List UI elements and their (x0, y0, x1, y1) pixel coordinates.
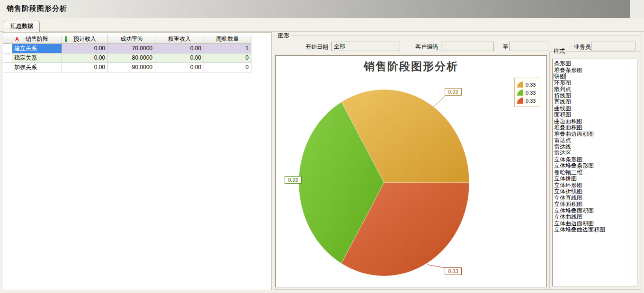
start-date-input[interactable] (331, 42, 400, 51)
callout-line-yellow (433, 96, 445, 107)
header-rate-label: 成功率% (120, 36, 143, 42)
tab-summary-data[interactable]: 汇总数据 (4, 21, 40, 32)
titlebar-right-cap (630, 0, 644, 18)
list-item[interactable]: 立体直线图 (554, 195, 637, 202)
page-title: 销售阶段图形分析 (7, 4, 67, 13)
expected-cell[interactable]: 0.00 (62, 53, 108, 63)
weighted-cell[interactable]: 0.00 (155, 44, 204, 53)
list-item[interactable]: 立体饼图 (554, 176, 637, 182)
header-stage-label: 销售阶段 (26, 36, 48, 42)
rate-cell[interactable]: 70.0000 (108, 44, 155, 53)
list-item[interactable]: 曲线图 (554, 106, 637, 112)
row-indicator-cell[interactable] (3, 53, 12, 63)
table-header-row: A 销售阶段 预计收入 成功率% 权重收入 商机数量 (3, 35, 251, 44)
tabstrip-divider (0, 31, 644, 32)
header-weighted[interactable]: 权重收入 (155, 35, 204, 44)
slice-value-callout: 0.33 (285, 176, 302, 184)
to-label: 至 (503, 43, 509, 51)
weighted-cell[interactable]: 0.00 (155, 53, 204, 63)
list-item[interactable]: 折线图 (554, 93, 637, 99)
chart-title: 销售阶段图形分析 (276, 59, 546, 74)
header-count-label: 商机数量 (216, 36, 239, 42)
rate-cell[interactable]: 90.0000 (108, 63, 155, 72)
list-item[interactable]: 散列点 (554, 86, 637, 93)
slice-value-callout: 0.33 (445, 267, 462, 275)
stage-cell[interactable]: 加强关系 (12, 63, 62, 72)
customer-code-label: 客户编码 (415, 43, 438, 51)
list-item[interactable]: 曲边面积图 (554, 118, 637, 125)
expected-cell[interactable]: 0.00 (62, 63, 108, 72)
sales-stage-table: A 销售阶段 预计收入 成功率% 权重收入 商机数量 建立关系 0.00 70.… (3, 35, 251, 72)
window-titlebar (0, 0, 644, 18)
list-item[interactable]: 雷达线 (554, 144, 637, 151)
list-item[interactable]: 立体曲边面积图 (554, 221, 637, 227)
customer-code-from-input[interactable] (441, 42, 494, 51)
legend-swatch-red (517, 98, 523, 104)
legend-swatch-green (517, 89, 523, 96)
rate-cell[interactable]: 80.0000 (108, 53, 155, 63)
list-item[interactable]: 环形图 (554, 80, 637, 87)
list-item[interactable]: 立体堆叠面积图 (554, 208, 637, 214)
chart-area: 销售阶段图形分析 0.33 0.33 0.33 0.33 0.33 0.33 (275, 55, 547, 287)
customer-code-to-input[interactable] (510, 42, 548, 51)
row-indicator-cell[interactable] (3, 63, 12, 72)
list-item[interactable]: 堆叠面积图 (554, 124, 637, 131)
header-indicator-column[interactable] (3, 35, 12, 44)
pie-chart (276, 56, 547, 288)
header-weighted-label: 权重收入 (168, 36, 191, 42)
list-item[interactable]: 堆叠条形图 (554, 67, 637, 74)
count-cell[interactable]: 1 (204, 44, 251, 53)
list-item[interactable]: 立体堆叠曲边面积图 (554, 227, 637, 233)
table-row[interactable]: 稳定关系 0.00 80.0000 0.00 0 (3, 53, 251, 63)
legend-value: 0.33 (526, 98, 536, 104)
legend-entry: 0.33 (517, 97, 538, 105)
graph-group-label: 图形 (277, 32, 291, 40)
list-item[interactable]: 堆叠曲边面积图 (554, 131, 637, 138)
legend-entry: 0.33 (517, 80, 538, 89)
list-item[interactable]: 直线图 (554, 99, 637, 106)
salesman-input[interactable] (591, 42, 635, 51)
list-item-focused[interactable]: 饼图 (554, 73, 637, 80)
salesman-label: 业务员 (574, 43, 591, 51)
table-row[interactable]: 建立关系 0.00 70.0000 0.00 1 (3, 44, 251, 53)
list-item[interactable]: 立体面积图 (554, 201, 637, 208)
list-item[interactable]: 雷达点 (554, 137, 637, 144)
header-stage[interactable]: A 销售阶段 (12, 35, 62, 44)
list-item[interactable]: 曼哈顿三维 (554, 169, 637, 176)
legend-value: 0.33 (526, 90, 536, 96)
chart-style-listbox[interactable]: 条形图 堆叠条形图 饼图 环形图 散列点 折线图 直线图 曲线图 面积图 曲边面… (552, 59, 637, 286)
legend-entry: 0.33 (517, 89, 538, 97)
count-cell[interactable]: 0 (204, 53, 251, 63)
list-item[interactable]: 条形图 (554, 61, 637, 67)
list-item[interactable]: 立体折线图 (554, 188, 637, 195)
start-date-label: 开始日期 (305, 43, 328, 51)
summary-grid-panel: A 销售阶段 预计收入 成功率% 权重收入 商机数量 建立关系 0.00 70.… (2, 32, 272, 290)
chart-legend: 0.33 0.33 0.33 (514, 78, 540, 107)
callout-line-red (427, 265, 446, 268)
list-item[interactable]: 立体堆叠条形图 (554, 163, 637, 169)
stage-cell[interactable]: 稳定关系 (12, 53, 62, 63)
header-expected-label: 预计收入 (73, 36, 96, 42)
sort-a-icon: A (15, 36, 19, 42)
list-item[interactable]: 面积图 (554, 112, 637, 118)
table-row[interactable]: 加强关系 0.00 90.0000 0.00 0 (3, 63, 251, 72)
weighted-cell[interactable]: 0.00 (155, 63, 204, 72)
header-expected[interactable]: 预计收入 (62, 35, 108, 44)
list-item[interactable]: 立体环形图 (554, 182, 637, 189)
list-item[interactable]: 立体曲线图 (554, 214, 637, 221)
stage-cell-selected[interactable]: 建立关系 (12, 44, 62, 53)
legend-swatch-yellow (517, 81, 523, 88)
green-bar-icon (65, 36, 67, 42)
list-item[interactable]: 立体条形图 (554, 157, 637, 163)
list-item[interactable]: 雷达区 (554, 150, 637, 157)
header-rate[interactable]: 成功率% (108, 35, 155, 44)
row-indicator-cell[interactable] (3, 44, 12, 53)
count-cell[interactable]: 0 (204, 63, 251, 72)
legend-value: 0.33 (526, 82, 536, 88)
slice-value-callout: 0.33 (445, 88, 462, 96)
style-group-label: 样式 (552, 47, 566, 55)
expected-cell[interactable]: 0.00 (62, 44, 108, 53)
header-count[interactable]: 商机数量 (204, 35, 251, 44)
